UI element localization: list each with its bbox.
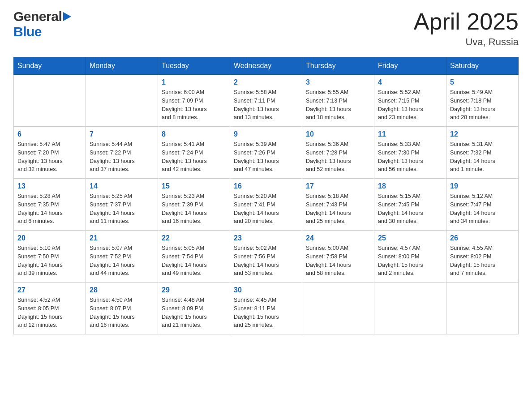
day-info: Sunrise: 6:00 AMSunset: 7:09 PMDaylight:…: [162, 88, 226, 122]
calendar-day-18: 18Sunrise: 5:15 AMSunset: 7:45 PMDayligh…: [374, 179, 446, 231]
day-info: Sunrise: 4:57 AMSunset: 8:00 PMDaylight:…: [378, 244, 442, 278]
day-info: Sunrise: 5:23 AMSunset: 7:39 PMDaylight:…: [162, 192, 226, 226]
day-info: Sunrise: 4:55 AMSunset: 8:02 PMDaylight:…: [450, 244, 515, 278]
calendar-empty-cell: [14, 75, 86, 127]
calendar-day-28: 28Sunrise: 4:50 AMSunset: 8:07 PMDayligh…: [86, 283, 158, 334]
day-info: Sunrise: 4:52 AMSunset: 8:05 PMDaylight:…: [17, 296, 82, 330]
title-area: April 2025 Uva, Russia: [414, 9, 519, 48]
day-info: Sunrise: 5:18 AMSunset: 7:43 PMDaylight:…: [306, 192, 370, 226]
logo-general-text: General: [13, 9, 62, 24]
day-number: 21: [90, 234, 154, 242]
calendar-day-13: 13Sunrise: 5:28 AMSunset: 7:35 PMDayligh…: [14, 179, 86, 231]
location-title: Uva, Russia: [414, 36, 519, 48]
day-number: 4: [378, 78, 442, 86]
day-number: 13: [17, 182, 82, 190]
day-number: 16: [234, 182, 298, 190]
day-number: 7: [90, 130, 154, 138]
day-info: Sunrise: 5:20 AMSunset: 7:41 PMDaylight:…: [234, 192, 298, 226]
calendar-day-10: 10Sunrise: 5:36 AMSunset: 7:28 PMDayligh…: [302, 127, 374, 179]
day-info: Sunrise: 5:41 AMSunset: 7:24 PMDaylight:…: [162, 140, 226, 174]
day-number: 3: [306, 78, 370, 86]
page-header: General Blue April 2025 Uva, Russia: [13, 9, 519, 48]
day-number: 24: [306, 234, 370, 242]
day-info: Sunrise: 5:00 AMSunset: 7:58 PMDaylight:…: [306, 244, 370, 278]
logo: General Blue: [13, 9, 71, 39]
day-info: Sunrise: 5:55 AMSunset: 7:13 PMDaylight:…: [306, 88, 370, 122]
day-info: Sunrise: 5:47 AMSunset: 7:20 PMDaylight:…: [17, 140, 82, 174]
day-number: 6: [17, 130, 82, 138]
calendar-day-4: 4Sunrise: 5:52 AMSunset: 7:15 PMDaylight…: [374, 75, 446, 127]
day-number: 30: [234, 286, 298, 294]
day-info: Sunrise: 5:10 AMSunset: 7:50 PMDaylight:…: [17, 244, 82, 278]
calendar-empty-cell: [302, 283, 374, 334]
calendar-day-22: 22Sunrise: 5:05 AMSunset: 7:54 PMDayligh…: [158, 231, 230, 283]
day-number: 1: [162, 78, 226, 86]
day-number: 26: [450, 234, 515, 242]
weekday-header-tuesday: Tuesday: [158, 57, 230, 75]
calendar-day-3: 3Sunrise: 5:55 AMSunset: 7:13 PMDaylight…: [302, 75, 374, 127]
calendar-empty-cell: [446, 283, 519, 334]
day-number: 5: [450, 78, 515, 86]
calendar-day-14: 14Sunrise: 5:25 AMSunset: 7:37 PMDayligh…: [86, 179, 158, 231]
day-info: Sunrise: 4:45 AMSunset: 8:11 PMDaylight:…: [234, 296, 298, 330]
calendar-day-25: 25Sunrise: 4:57 AMSunset: 8:00 PMDayligh…: [374, 231, 446, 283]
calendar-day-16: 16Sunrise: 5:20 AMSunset: 7:41 PMDayligh…: [230, 179, 302, 231]
day-number: 12: [450, 130, 515, 138]
calendar-day-17: 17Sunrise: 5:18 AMSunset: 7:43 PMDayligh…: [302, 179, 374, 231]
day-number: 25: [378, 234, 442, 242]
weekday-header-friday: Friday: [374, 57, 446, 75]
calendar-day-1: 1Sunrise: 6:00 AMSunset: 7:09 PMDaylight…: [158, 75, 230, 127]
day-number: 2: [234, 78, 298, 86]
calendar-week-row: 6Sunrise: 5:47 AMSunset: 7:20 PMDaylight…: [14, 127, 519, 179]
day-info: Sunrise: 4:50 AMSunset: 8:07 PMDaylight:…: [90, 296, 154, 330]
day-info: Sunrise: 5:02 AMSunset: 7:56 PMDaylight:…: [234, 244, 298, 278]
day-info: Sunrise: 5:15 AMSunset: 7:45 PMDaylight:…: [378, 192, 442, 226]
calendar-day-24: 24Sunrise: 5:00 AMSunset: 7:58 PMDayligh…: [302, 231, 374, 283]
calendar-day-8: 8Sunrise: 5:41 AMSunset: 7:24 PMDaylight…: [158, 127, 230, 179]
day-number: 14: [90, 182, 154, 190]
weekday-header-monday: Monday: [86, 57, 158, 75]
day-info: Sunrise: 5:12 AMSunset: 7:47 PMDaylight:…: [450, 192, 515, 226]
day-info: Sunrise: 5:31 AMSunset: 7:32 PMDaylight:…: [450, 140, 515, 174]
calendar-week-row: 13Sunrise: 5:28 AMSunset: 7:35 PMDayligh…: [14, 179, 519, 231]
day-number: 23: [234, 234, 298, 242]
day-info: Sunrise: 5:25 AMSunset: 7:37 PMDaylight:…: [90, 192, 154, 226]
day-info: Sunrise: 4:48 AMSunset: 8:09 PMDaylight:…: [162, 296, 226, 330]
calendar-day-20: 20Sunrise: 5:10 AMSunset: 7:50 PMDayligh…: [14, 231, 86, 283]
calendar-day-12: 12Sunrise: 5:31 AMSunset: 7:32 PMDayligh…: [446, 127, 519, 179]
day-info: Sunrise: 5:44 AMSunset: 7:22 PMDaylight:…: [90, 140, 154, 174]
calendar-day-7: 7Sunrise: 5:44 AMSunset: 7:22 PMDaylight…: [86, 127, 158, 179]
day-number: 22: [162, 234, 226, 242]
calendar-day-21: 21Sunrise: 5:07 AMSunset: 7:52 PMDayligh…: [86, 231, 158, 283]
calendar-table: SundayMondayTuesdayWednesdayThursdayFrid…: [13, 57, 519, 334]
calendar-day-6: 6Sunrise: 5:47 AMSunset: 7:20 PMDaylight…: [14, 127, 86, 179]
calendar-day-11: 11Sunrise: 5:33 AMSunset: 7:30 PMDayligh…: [374, 127, 446, 179]
day-number: 17: [306, 182, 370, 190]
calendar-day-30: 30Sunrise: 4:45 AMSunset: 8:11 PMDayligh…: [230, 283, 302, 334]
calendar-day-29: 29Sunrise: 4:48 AMSunset: 8:09 PMDayligh…: [158, 283, 230, 334]
weekday-header-wednesday: Wednesday: [230, 57, 302, 75]
calendar-day-9: 9Sunrise: 5:39 AMSunset: 7:26 PMDaylight…: [230, 127, 302, 179]
calendar-week-row: 27Sunrise: 4:52 AMSunset: 8:05 PMDayligh…: [14, 283, 519, 334]
day-info: Sunrise: 5:39 AMSunset: 7:26 PMDaylight:…: [234, 140, 298, 174]
day-number: 8: [162, 130, 226, 138]
day-info: Sunrise: 5:05 AMSunset: 7:54 PMDaylight:…: [162, 244, 226, 278]
day-number: 15: [162, 182, 226, 190]
weekday-header-saturday: Saturday: [446, 57, 519, 75]
month-title: April 2025: [414, 9, 519, 34]
weekday-header-row: SundayMondayTuesdayWednesdayThursdayFrid…: [14, 57, 519, 75]
calendar-day-23: 23Sunrise: 5:02 AMSunset: 7:56 PMDayligh…: [230, 231, 302, 283]
calendar-week-row: 1Sunrise: 6:00 AMSunset: 7:09 PMDaylight…: [14, 75, 519, 127]
day-info: Sunrise: 5:58 AMSunset: 7:11 PMDaylight:…: [234, 88, 298, 122]
day-number: 11: [378, 130, 442, 138]
logo-blue-text: Blue: [13, 24, 42, 39]
day-number: 19: [450, 182, 515, 190]
calendar-body: 1Sunrise: 6:00 AMSunset: 7:09 PMDaylight…: [14, 75, 519, 334]
day-info: Sunrise: 5:28 AMSunset: 7:35 PMDaylight:…: [17, 192, 82, 226]
day-number: 10: [306, 130, 370, 138]
calendar-header: SundayMondayTuesdayWednesdayThursdayFrid…: [14, 57, 519, 75]
day-info: Sunrise: 5:52 AMSunset: 7:15 PMDaylight:…: [378, 88, 442, 122]
calendar-week-row: 20Sunrise: 5:10 AMSunset: 7:50 PMDayligh…: [14, 231, 519, 283]
day-number: 9: [234, 130, 298, 138]
calendar-day-27: 27Sunrise: 4:52 AMSunset: 8:05 PMDayligh…: [14, 283, 86, 334]
